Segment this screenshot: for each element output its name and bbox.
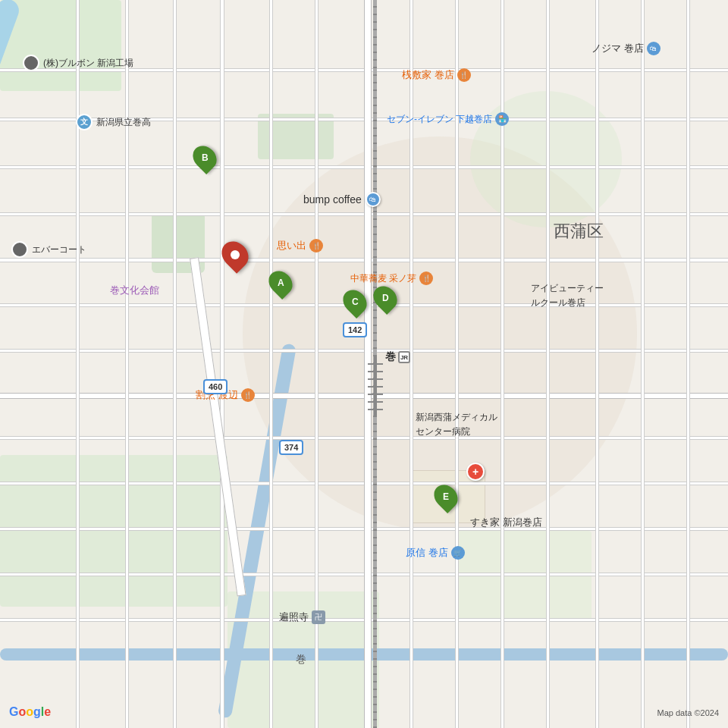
- medical-cross-marker[interactable]: +: [466, 463, 485, 481]
- marker-d[interactable]: D: [375, 285, 396, 311]
- warikyo-icon: 🍴: [241, 388, 255, 402]
- kenritsu-icon: 文: [76, 114, 93, 130]
- chuuka-icon: 🍴: [419, 271, 433, 285]
- maki-station-label: 巻: [385, 350, 396, 364]
- aibiuty-poi[interactable]: アイビューティールクール巻店: [531, 281, 604, 309]
- map-data: Map data ©2024: [657, 705, 720, 719]
- google-g: G: [9, 705, 18, 718]
- road-v-13: [686, 0, 690, 728]
- green-area-bottom-left: [0, 455, 228, 607]
- marker-d-letter: D: [382, 293, 389, 303]
- bump-coffee-label: bump coffee: [303, 193, 362, 206]
- road-v-7: [410, 0, 413, 728]
- evercoat-label: エバーコート: [32, 243, 86, 256]
- google-g2: g: [33, 705, 41, 718]
- map-container: (株)ブルボン 新潟工場 文 新潟県立巻高 エバーコート 桟敷家 巻店 🍴 セブ…: [0, 0, 728, 728]
- harashin-label: 原信 巻店: [406, 546, 448, 560]
- marker-b-letter: B: [202, 152, 209, 163]
- main-marker-inner: [231, 250, 240, 259]
- bump-coffee-poi[interactable]: bump coffee 🛍: [303, 192, 381, 207]
- jr-station-icon: JR: [398, 351, 410, 363]
- nishikanbara-ku-label: 西蒲区: [554, 221, 604, 240]
- henshoji-label: 遍照寺: [279, 610, 309, 624]
- marker-a[interactable]: A: [270, 270, 291, 296]
- bourbon-label: (株)ブルボン 新潟工場: [43, 57, 133, 70]
- road-v-3: [173, 0, 177, 728]
- bump-coffee-icon: 🛍: [366, 192, 381, 207]
- aibiuty-label: アイビューティールクール巻店: [531, 283, 604, 308]
- maki-station[interactable]: 巻 JR: [385, 350, 410, 364]
- marker-e[interactable]: E: [435, 484, 457, 510]
- marker-e-letter: E: [443, 491, 449, 502]
- bourbon-poi[interactable]: (株)ブルボン 新潟工場: [23, 55, 133, 71]
- maki-bunka-kaikan-label: 巻文化会館: [110, 284, 159, 296]
- marker-c-letter: C: [352, 297, 359, 307]
- nishikanbara-ku-poi: 西蒲区: [554, 220, 604, 243]
- road-v-8: [455, 0, 459, 728]
- road-v-9: [500, 0, 504, 728]
- road-v-5: [269, 0, 273, 728]
- sukiya-poi[interactable]: すき家 新潟巻店: [470, 516, 542, 529]
- route-460-badge: 460: [203, 379, 228, 394]
- road-v-1: [76, 0, 80, 728]
- medical-label: 新潟西蒲メディカルセンター病院: [416, 412, 497, 437]
- harashin-poi[interactable]: 原信 巻店 🛒: [406, 546, 465, 560]
- evercoat-poi[interactable]: エバーコート: [11, 241, 86, 258]
- railway-crossing: [364, 356, 387, 417]
- route-142-badge: 142: [343, 322, 367, 337]
- route-374-badge: 374: [279, 440, 303, 455]
- omoide-poi[interactable]: 思い出 🍴: [277, 239, 323, 253]
- seven-eleven-label: セブン-イレブン 下越巻店: [387, 113, 492, 126]
- seven-eleven-icon: 🏪: [495, 112, 509, 126]
- nojima-icon: 🛍: [647, 42, 661, 55]
- google-o1: o: [18, 705, 26, 718]
- sukiya-label: すき家 新潟巻店: [470, 516, 542, 529]
- sasakiya-label: 桟敷家 巻店: [402, 68, 454, 82]
- seven-eleven-poi[interactable]: セブン-イレブン 下越巻店 🏪: [387, 112, 509, 126]
- chuuka-poi[interactable]: 中華蕎麦 采ノ芽 🍴: [350, 271, 433, 285]
- marker-b[interactable]: B: [194, 145, 215, 171]
- road-v-10: [546, 0, 550, 728]
- marker-c[interactable]: C: [344, 289, 366, 315]
- main-marker[interactable]: [223, 240, 247, 269]
- maki-town-label: 巻: [296, 653, 306, 665]
- kenritsu-label: 新潟県立巻高: [96, 116, 151, 129]
- kenritsu-poi[interactable]: 文 新潟県立巻高: [76, 114, 151, 130]
- chuuka-label: 中華蕎麦 采ノ芽: [350, 272, 416, 285]
- road-v-2: [125, 0, 129, 728]
- harashin-icon: 🛒: [451, 546, 465, 560]
- road-v-12: [641, 0, 645, 728]
- bourbon-dot: [23, 55, 39, 71]
- road-v-4: [220, 0, 224, 728]
- evercoat-dot: [11, 241, 28, 258]
- sasakiya-poi[interactable]: 桟敷家 巻店 🍴: [402, 68, 471, 82]
- maki-bunka-kaikan-poi[interactable]: 巻文化会館: [110, 283, 159, 297]
- nojima-poi[interactable]: ノジマ 巻店 🛍: [592, 42, 661, 55]
- marker-a-letter: A: [278, 278, 284, 288]
- google-e: e: [44, 705, 51, 718]
- sasakiya-food-icon: 🍴: [457, 68, 471, 82]
- nojima-label: ノジマ 巻店: [592, 42, 644, 55]
- google-o2: o: [26, 705, 33, 718]
- google-logo: Google: [9, 705, 51, 719]
- temple-icon: 卍: [312, 610, 325, 624]
- henshoji-poi[interactable]: 遍照寺 卍: [279, 610, 325, 624]
- map-data-label: Map data ©2024: [657, 708, 720, 717]
- green-area-right-bottom: [455, 531, 592, 622]
- omoide-icon: 🍴: [309, 239, 323, 253]
- road-v-11: [595, 0, 599, 728]
- medical-poi[interactable]: 新潟西蒲メディカルセンター病院: [416, 410, 497, 438]
- maki-town-poi: 巻: [296, 652, 306, 667]
- omoide-label: 思い出: [277, 239, 306, 253]
